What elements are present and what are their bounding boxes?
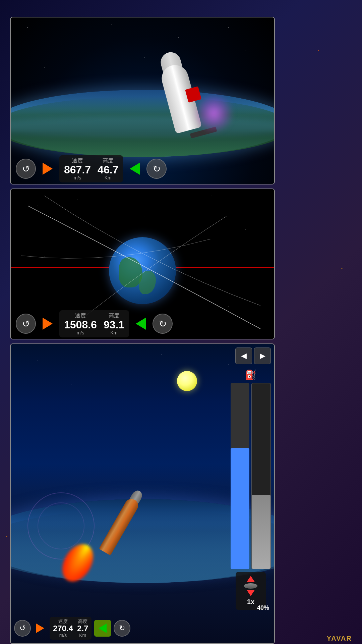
panel-1-rocket-view: ↺ 速度 867.7 m/s 高度 46.7 Km bbox=[10, 17, 275, 184]
throttle-level bbox=[252, 495, 270, 569]
reset-button-1[interactable]: ↺ bbox=[16, 159, 36, 179]
speed-value-1: 867.7 bbox=[64, 164, 91, 175]
atmosphere-glow bbox=[10, 117, 275, 137]
hud-bar-1: ↺ 速度 867.7 m/s 高度 46.7 Km bbox=[11, 154, 274, 184]
reset-icon-1: ↺ bbox=[22, 163, 30, 174]
alt-value-2: 93.1 bbox=[104, 319, 124, 330]
speed-value-3: 270.4 bbox=[53, 625, 73, 633]
reset-icon-2: ↺ bbox=[22, 318, 30, 329]
throttle-panel: ⛽ 1x bbox=[231, 351, 271, 610]
green-arrow-icon-1 bbox=[130, 163, 140, 175]
throttle-multiplier: 1x bbox=[247, 598, 254, 606]
alt-metric-3: 高度 2.7 Km bbox=[77, 619, 88, 638]
throttle-down-arrow[interactable] bbox=[247, 590, 255, 596]
speed-metric-3: 速度 270.4 m/s bbox=[53, 619, 73, 638]
fuel-bars bbox=[231, 383, 271, 569]
speed-label-1: 速度 bbox=[72, 157, 83, 164]
fuel-bar-blue bbox=[231, 383, 249, 569]
speed-metric-2: 速度 1508.6 m/s bbox=[64, 312, 97, 335]
speed-unit-1: m/s bbox=[74, 175, 81, 180]
arrow-orange-btn-1[interactable] bbox=[39, 160, 56, 177]
fuel-level bbox=[231, 448, 249, 569]
arrow-green-btn-1[interactable] bbox=[126, 160, 143, 177]
speed-alt-display-3: 速度 270.4 m/s 高度 2.7 Km bbox=[50, 617, 92, 640]
throttle-arrows bbox=[244, 576, 257, 596]
speed-metric-1: 速度 867.7 m/s bbox=[64, 157, 91, 180]
alt-unit-1: Km bbox=[105, 175, 112, 180]
speed-label-2: 速度 bbox=[75, 312, 86, 319]
panel-3-launch-view: ◀ ▶ ⛽ bbox=[10, 343, 275, 644]
throttle-disk bbox=[244, 583, 257, 589]
panels-container: ↺ 速度 867.7 m/s 高度 46.7 Km bbox=[10, 17, 275, 644]
refresh-button-2[interactable]: ↻ bbox=[153, 314, 173, 334]
refresh-icon-3: ↻ bbox=[119, 624, 125, 633]
moon bbox=[177, 371, 197, 391]
throttle-up-arrow[interactable] bbox=[247, 576, 255, 582]
speed-value-2: 1508.6 bbox=[64, 319, 97, 330]
alt-unit-3: Km bbox=[79, 633, 86, 638]
alt-value-1: 46.7 bbox=[98, 164, 118, 175]
arrow-orange-btn-3[interactable] bbox=[34, 622, 47, 635]
fuel-icon: ⛽ bbox=[245, 369, 257, 380]
green-arrow-icon-3 bbox=[99, 624, 107, 633]
alt-unit-2: Km bbox=[111, 330, 118, 335]
refresh-icon-2: ↻ bbox=[159, 318, 167, 329]
orange-arrow-icon-2 bbox=[43, 318, 53, 330]
orange-arrow-icon-1 bbox=[43, 163, 53, 175]
alt-label-1: 高度 bbox=[103, 157, 113, 164]
panel-2-orbit-view: ↺ 速度 1508.6 m/s 高度 93.1 Km bbox=[10, 189, 275, 339]
alt-metric-1: 高度 46.7 Km bbox=[98, 157, 118, 180]
reset-button-2[interactable]: ↺ bbox=[16, 314, 36, 334]
alt-label-2: 高度 bbox=[109, 312, 119, 319]
arrow-orange-btn-2[interactable] bbox=[39, 315, 56, 332]
reset-icon-3: ↺ bbox=[19, 624, 25, 633]
speed-alt-display-2: 速度 1508.6 m/s 高度 93.1 Km bbox=[59, 310, 129, 337]
rocket-body bbox=[159, 62, 202, 134]
green-arrow-icon-2 bbox=[136, 318, 146, 330]
hud-bar-3: ↺ 速度 270.4 m/s 高度 2.7 Km bbox=[11, 613, 274, 643]
throttle-bar[interactable] bbox=[251, 383, 271, 569]
targeting-ring-inner bbox=[38, 502, 84, 549]
refresh-button-3[interactable]: ↻ bbox=[114, 620, 130, 637]
hud-bar-2: ↺ 速度 1508.6 m/s 高度 93.1 Km bbox=[11, 309, 274, 339]
thruster-glow bbox=[194, 93, 234, 133]
speed-unit-2: m/s bbox=[77, 330, 84, 335]
arrow-green-btn-2[interactable] bbox=[132, 315, 149, 332]
reset-button-3[interactable]: ↺ bbox=[14, 620, 31, 637]
speed-alt-display-1: 速度 867.7 m/s 高度 46.7 Km bbox=[59, 155, 123, 182]
alt-metric-2: 高度 93.1 Km bbox=[104, 312, 124, 335]
alt-value-3: 2.7 bbox=[77, 625, 88, 633]
throttle-percent: 40% bbox=[257, 604, 269, 611]
refresh-button-1[interactable]: ↻ bbox=[146, 159, 167, 179]
speed-unit-3: m/s bbox=[59, 633, 67, 638]
refresh-icon-1: ↻ bbox=[153, 163, 161, 174]
orange-arrow-icon-3 bbox=[36, 624, 44, 633]
watermark: YAVAR bbox=[327, 635, 352, 642]
location-button-3[interactable] bbox=[94, 620, 111, 637]
